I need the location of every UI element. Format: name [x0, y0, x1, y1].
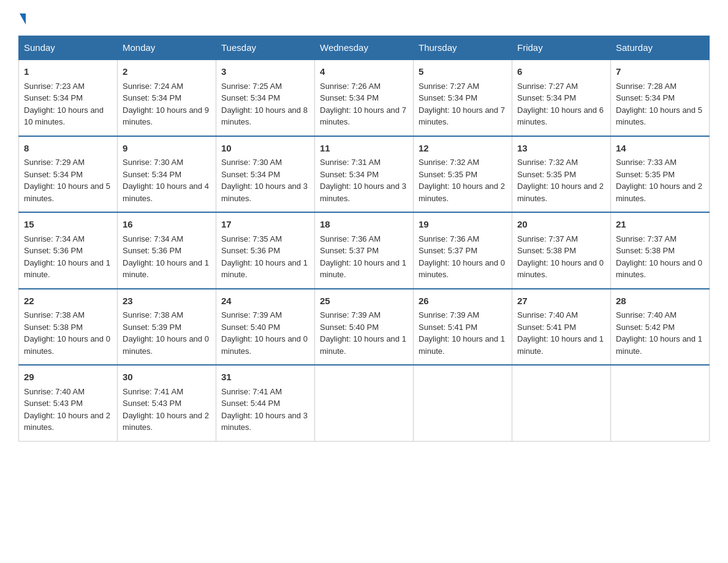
calendar-week-5: 29Sunrise: 7:40 AMSunset: 5:43 PMDayligh… [19, 365, 710, 441]
calendar-cell: 4Sunrise: 7:26 AMSunset: 5:34 PMDaylight… [315, 59, 414, 136]
day-number: 6 [517, 65, 605, 79]
calendar-cell: 2Sunrise: 7:24 AMSunset: 5:34 PMDaylight… [118, 59, 216, 136]
day-number: 23 [123, 294, 211, 308]
day-number: 21 [616, 218, 704, 232]
day-header-saturday: Saturday [611, 36, 710, 60]
day-number: 17 [221, 218, 309, 232]
calendar-cell: 8Sunrise: 7:29 AMSunset: 5:34 PMDaylight… [19, 136, 118, 213]
calendar-cell: 11Sunrise: 7:31 AMSunset: 5:34 PMDayligh… [315, 136, 414, 213]
calendar-cell: 26Sunrise: 7:39 AMSunset: 5:41 PMDayligh… [414, 289, 512, 366]
calendar-cell: 12Sunrise: 7:32 AMSunset: 5:35 PMDayligh… [414, 136, 512, 213]
calendar-table: SundayMondayTuesdayWednesdayThursdayFrid… [18, 36, 710, 442]
day-number: 19 [419, 218, 507, 232]
calendar-cell: 3Sunrise: 7:25 AMSunset: 5:34 PMDaylight… [216, 59, 315, 136]
day-number: 28 [616, 294, 704, 308]
day-number: 14 [616, 142, 704, 156]
calendar-cell: 20Sunrise: 7:37 AMSunset: 5:38 PMDayligh… [512, 212, 611, 289]
calendar-week-4: 22Sunrise: 7:38 AMSunset: 5:38 PMDayligh… [19, 289, 710, 366]
calendar-cell: 18Sunrise: 7:36 AMSunset: 5:37 PMDayligh… [315, 212, 414, 289]
day-header-tuesday: Tuesday [216, 36, 315, 60]
day-number: 5 [419, 65, 507, 79]
day-number: 9 [123, 142, 211, 156]
day-number: 4 [320, 65, 408, 79]
logo [18, 12, 26, 25]
day-number: 10 [221, 142, 309, 156]
calendar-cell: 14Sunrise: 7:33 AMSunset: 5:35 PMDayligh… [611, 136, 710, 213]
day-number: 31 [221, 370, 309, 385]
calendar-cell: 9Sunrise: 7:30 AMSunset: 5:34 PMDaylight… [118, 136, 216, 213]
day-number: 3 [221, 65, 309, 79]
calendar-cell: 31Sunrise: 7:41 AMSunset: 5:44 PMDayligh… [216, 365, 315, 441]
calendar-cell: 5Sunrise: 7:27 AMSunset: 5:34 PMDaylight… [414, 59, 512, 136]
logo-triangle-icon [20, 13, 26, 25]
day-number: 18 [320, 218, 408, 232]
calendar-cell [512, 365, 611, 441]
page-header [18, 12, 710, 25]
calendar-cell: 17Sunrise: 7:35 AMSunset: 5:36 PMDayligh… [216, 212, 315, 289]
calendar-cell: 23Sunrise: 7:38 AMSunset: 5:39 PMDayligh… [118, 289, 216, 366]
calendar-week-2: 8Sunrise: 7:29 AMSunset: 5:34 PMDaylight… [19, 136, 710, 213]
calendar-cell: 19Sunrise: 7:36 AMSunset: 5:37 PMDayligh… [414, 212, 512, 289]
day-header-wednesday: Wednesday [315, 36, 414, 60]
day-number: 25 [320, 294, 408, 308]
calendar-cell: 22Sunrise: 7:38 AMSunset: 5:38 PMDayligh… [19, 289, 118, 366]
day-header-thursday: Thursday [414, 36, 512, 60]
day-number: 7 [616, 65, 704, 79]
calendar-cell [611, 365, 710, 441]
calendar-cell [315, 365, 414, 441]
day-number: 16 [123, 218, 211, 232]
calendar-cell: 1Sunrise: 7:23 AMSunset: 5:34 PMDaylight… [19, 59, 118, 136]
calendar-cell: 10Sunrise: 7:30 AMSunset: 5:34 PMDayligh… [216, 136, 315, 213]
calendar-cell: 7Sunrise: 7:28 AMSunset: 5:34 PMDaylight… [611, 59, 710, 136]
day-number: 11 [320, 142, 408, 156]
calendar-cell [414, 365, 512, 441]
day-number: 29 [24, 370, 112, 385]
calendar-cell: 28Sunrise: 7:40 AMSunset: 5:42 PMDayligh… [611, 289, 710, 366]
day-number: 13 [517, 142, 605, 156]
day-number: 1 [24, 65, 112, 79]
day-number: 20 [517, 218, 605, 232]
calendar-cell: 27Sunrise: 7:40 AMSunset: 5:41 PMDayligh… [512, 289, 611, 366]
calendar-cell: 29Sunrise: 7:40 AMSunset: 5:43 PMDayligh… [19, 365, 118, 441]
day-number: 15 [24, 218, 112, 232]
calendar-cell: 25Sunrise: 7:39 AMSunset: 5:40 PMDayligh… [315, 289, 414, 366]
day-header-monday: Monday [118, 36, 216, 60]
day-number: 26 [419, 294, 507, 308]
calendar-week-3: 15Sunrise: 7:34 AMSunset: 5:36 PMDayligh… [19, 212, 710, 289]
calendar-cell: 13Sunrise: 7:32 AMSunset: 5:35 PMDayligh… [512, 136, 611, 213]
day-header-friday: Friday [512, 36, 611, 60]
calendar-cell: 16Sunrise: 7:34 AMSunset: 5:36 PMDayligh… [118, 212, 216, 289]
calendar-cell: 15Sunrise: 7:34 AMSunset: 5:36 PMDayligh… [19, 212, 118, 289]
day-number: 2 [123, 65, 211, 79]
calendar-header: SundayMondayTuesdayWednesdayThursdayFrid… [19, 36, 710, 60]
day-number: 24 [221, 294, 309, 308]
day-header-sunday: Sunday [19, 36, 118, 60]
calendar-cell: 6Sunrise: 7:27 AMSunset: 5:34 PMDaylight… [512, 59, 611, 136]
day-number: 30 [123, 370, 211, 385]
day-number: 22 [24, 294, 112, 308]
day-number: 12 [419, 142, 507, 156]
calendar-week-1: 1Sunrise: 7:23 AMSunset: 5:34 PMDaylight… [19, 59, 710, 136]
day-number: 8 [24, 142, 112, 156]
calendar-cell: 30Sunrise: 7:41 AMSunset: 5:43 PMDayligh… [118, 365, 216, 441]
day-number: 27 [517, 294, 605, 308]
calendar-cell: 21Sunrise: 7:37 AMSunset: 5:38 PMDayligh… [611, 212, 710, 289]
calendar-cell: 24Sunrise: 7:39 AMSunset: 5:40 PMDayligh… [216, 289, 315, 366]
